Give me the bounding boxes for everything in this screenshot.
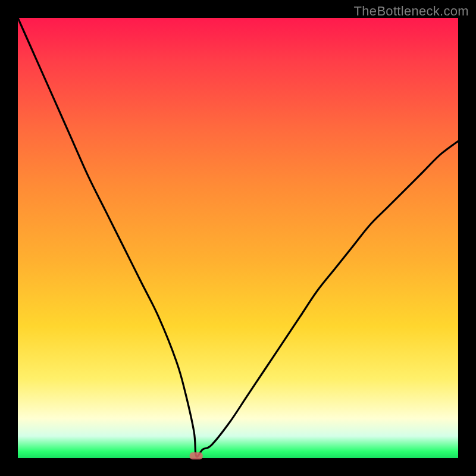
bottleneck-curve: [18, 18, 458, 458]
chart-frame: TheBottleneck.com: [0, 0, 476, 476]
watermark-text: TheBottleneck.com: [354, 4, 469, 19]
plot-area: [18, 18, 458, 458]
minimum-marker: [190, 452, 203, 459]
